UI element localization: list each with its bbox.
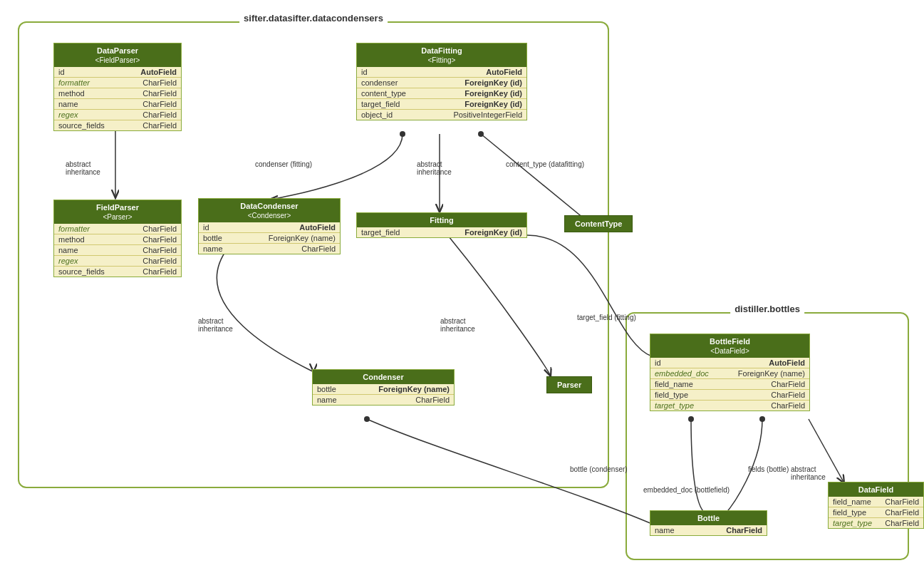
datafitting-body: id AutoField condenser ForeignKey (id) c… (357, 67, 526, 120)
datacondenser-header: DataCondenser <Condenser> (199, 199, 340, 222)
table-row: condenser ForeignKey (id) (357, 77, 526, 88)
table-row: embedded_doc ForeignKey (name) (650, 368, 809, 378)
dataparser-header: DataParser <FieldParser> (54, 43, 181, 67)
datafitting-header: DataFitting <Fitting> (357, 43, 526, 67)
fieldparser-meta: <Parser> (60, 212, 175, 222)
table-row: target_type CharField (650, 400, 809, 410)
datafield-body: field_name CharField field_type CharFiel… (829, 497, 923, 528)
label-abstract-inheritance-4: abstractinheritance (440, 317, 475, 333)
table-row: source_fields CharField (54, 266, 181, 277)
bottlefield-meta: <DataField> (656, 346, 804, 356)
bottle-title: Bottle (656, 513, 761, 523)
bottlefield-header: BottleField <DataField> (650, 334, 809, 358)
distiller-group-label: distiller.bottles (730, 304, 804, 314)
model-bottle: Bottle name CharField (650, 510, 767, 536)
label-abstract-inheritance-3: abstractinheritance (198, 317, 233, 333)
table-row: regex CharField (54, 255, 181, 266)
dataparser-body: id AutoField formatter CharField method … (54, 67, 181, 130)
label-condenser-fitting: condenser (fitting) (255, 160, 312, 168)
model-dataparser: DataParser <FieldParser> id AutoField fo… (53, 43, 182, 131)
datacondenser-title: DataCondenser (204, 201, 334, 211)
model-datacondenser: DataCondenser <Condenser> id AutoField b… (198, 198, 341, 254)
entity-contenttype: ContentType (564, 215, 633, 232)
table-row: bottle ForeignKey (name) (313, 384, 454, 394)
bottlefield-title: BottleField (656, 336, 804, 346)
table-row: name CharField (199, 243, 340, 254)
datacondenser-body: id AutoField bottle ForeignKey (name) na… (199, 222, 340, 254)
datacondenser-meta: <Condenser> (204, 211, 334, 220)
table-row: id AutoField (650, 358, 809, 368)
label-abstract-inheritance-2: abstractinheritance (417, 160, 452, 176)
table-row: id AutoField (199, 222, 340, 232)
table-row: object_id PositiveIntegerField (357, 109, 526, 120)
table-row: id AutoField (54, 67, 181, 77)
table-row: name CharField (650, 525, 767, 535)
datafitting-meta: <Fitting> (363, 56, 521, 65)
diagram-container: sifter.datasifter.datacondensers distill… (7, 7, 917, 561)
fitting-header: Fitting (357, 213, 526, 227)
label-abstract-inheritance-5: abstractinheritance (791, 465, 826, 481)
label-bottle-condenser: bottle (condenser) (570, 465, 628, 473)
table-row: target_field ForeignKey (id) (357, 98, 526, 109)
bottle-body: name CharField (650, 525, 767, 535)
fieldparser-body: formatter CharField method CharField nam… (54, 224, 181, 277)
table-row: field_name CharField (650, 378, 809, 389)
entity-parser: Parser (546, 376, 592, 393)
bottlefield-body: id AutoField embedded_doc ForeignKey (na… (650, 358, 809, 410)
label-content-type-df: content_type (datafitting) (506, 160, 584, 168)
model-bottlefield: BottleField <DataField> id AutoField emb… (650, 334, 810, 411)
label-embedded-doc-bottlefield: embedded_doc (bottlefield) (643, 486, 730, 494)
dataparser-title: DataParser (60, 46, 175, 56)
table-row: field_type CharField (650, 389, 809, 400)
datafitting-title: DataFitting (363, 46, 521, 56)
table-row: source_fields CharField (54, 120, 181, 130)
fieldparser-title: FieldParser (60, 202, 175, 212)
table-row: bottle ForeignKey (name) (199, 232, 340, 243)
table-row: name CharField (313, 394, 454, 405)
condenser-body: bottle ForeignKey (name) name CharField (313, 384, 454, 405)
table-row: formatter CharField (54, 224, 181, 234)
model-condenser: Condenser bottle ForeignKey (name) name … (312, 369, 455, 406)
dataparser-meta: <FieldParser> (60, 56, 175, 65)
condenser-header: Condenser (313, 370, 454, 384)
table-row: target_field ForeignKey (id) (357, 227, 526, 237)
table-row: field_type CharField (829, 507, 923, 517)
label-abstract-inheritance-1: abstractinheritance (66, 160, 100, 176)
table-row: formatter CharField (54, 77, 181, 88)
contenttype-label: ContentType (575, 220, 622, 228)
table-row: method CharField (54, 234, 181, 244)
model-datafitting: DataFitting <Fitting> id AutoField conde… (356, 43, 527, 120)
parser-label: Parser (557, 381, 581, 389)
table-row: field_name CharField (829, 497, 923, 507)
table-row: content_type ForeignKey (id) (357, 88, 526, 98)
label-fields-bottle: fields (bottle) (748, 465, 789, 473)
datafield-header: DataField (829, 482, 923, 497)
fitting-title: Fitting (363, 215, 521, 225)
model-datafield: DataField field_name CharField field_typ… (828, 482, 924, 529)
label-target-field-fitting: target_field (fitting) (577, 314, 636, 321)
bottle-header: Bottle (650, 511, 767, 525)
table-row: method CharField (54, 88, 181, 98)
table-row: target_type CharField (829, 517, 923, 528)
model-fieldparser: FieldParser <Parser> formatter CharField… (53, 200, 182, 277)
main-group-label: sifter.datasifter.datacondensers (239, 13, 388, 24)
table-row: id AutoField (357, 67, 526, 77)
fitting-body: target_field ForeignKey (id) (357, 227, 526, 237)
fieldparser-header: FieldParser <Parser> (54, 200, 181, 224)
table-row: name CharField (54, 98, 181, 109)
table-row: name CharField (54, 244, 181, 255)
condenser-title: Condenser (318, 372, 448, 382)
table-row: regex CharField (54, 109, 181, 120)
datafield-title: DataField (834, 485, 918, 495)
model-fitting: Fitting target_field ForeignKey (id) (356, 212, 527, 238)
